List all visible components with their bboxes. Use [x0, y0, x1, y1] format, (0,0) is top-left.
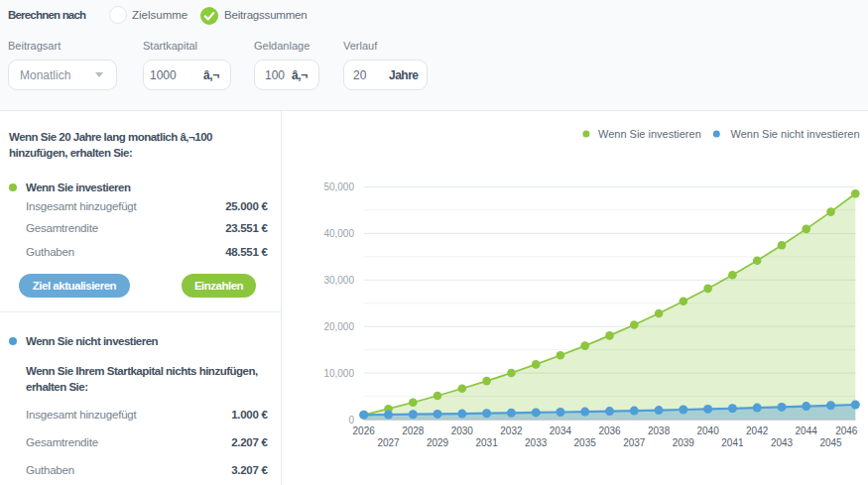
svg-text:2027: 2027 — [377, 437, 400, 448]
svg-text:2034: 2034 — [550, 425, 572, 436]
svg-text:2026: 2026 — [353, 425, 376, 436]
svg-text:2039: 2039 — [673, 437, 695, 448]
svg-text:2042: 2042 — [746, 425, 769, 436]
svg-text:10,000: 10,000 — [323, 368, 354, 379]
svg-text:2031: 2031 — [475, 437, 498, 448]
svg-text:Wenn Sie investieren: Wenn Sie investieren — [598, 128, 701, 140]
svg-text:20,000: 20,000 — [323, 321, 354, 332]
svg-text:2045: 2045 — [819, 437, 842, 448]
svg-text:0: 0 — [348, 415, 354, 425]
svg-text:2043: 2043 — [771, 437, 794, 448]
svg-text:2046: 2046 — [835, 425, 858, 436]
svg-text:2037: 2037 — [623, 437, 646, 448]
svg-text:2030: 2030 — [451, 425, 474, 436]
svg-text:40,000: 40,000 — [323, 228, 354, 239]
svg-text:Wenn Sie nicht investieren: Wenn Sie nicht investieren — [731, 128, 860, 140]
svg-text:30,000: 30,000 — [323, 275, 354, 286]
svg-text:2038: 2038 — [648, 425, 671, 436]
svg-text:2036: 2036 — [598, 425, 621, 436]
svg-text:2044: 2044 — [796, 425, 818, 436]
svg-text:2029: 2029 — [427, 437, 449, 448]
svg-text:50,000: 50,000 — [323, 182, 354, 192]
svg-text:2041: 2041 — [721, 437, 744, 448]
svg-text:2033: 2033 — [525, 437, 548, 448]
svg-text:2032: 2032 — [500, 425, 523, 436]
svg-text:2028: 2028 — [402, 425, 425, 436]
svg-text:2040: 2040 — [696, 425, 719, 436]
svg-text:2035: 2035 — [574, 437, 597, 448]
